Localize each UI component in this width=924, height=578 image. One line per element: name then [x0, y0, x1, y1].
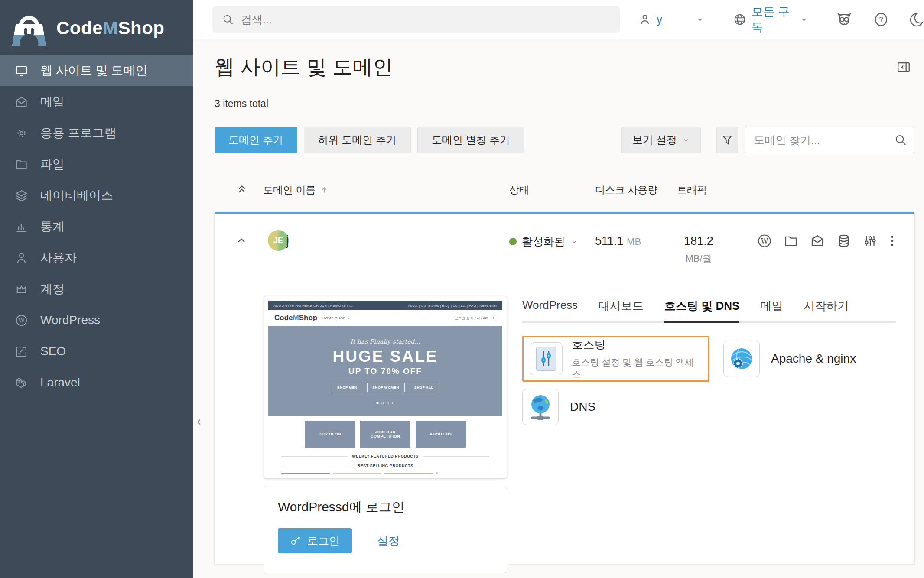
wordpress-login-card: WordPressd에 로그인 로그인 설정 [264, 487, 507, 573]
chevron-down-icon [695, 15, 705, 24]
domain-find-input[interactable] [754, 134, 894, 146]
more-actions-kebab-icon[interactable] [885, 234, 899, 248]
column-header-disk-usage[interactable]: 디스크 사용량 [595, 183, 657, 197]
domain-tabs: WordPress 대시보드 호스팅 및 DNS 메일 시작하기 [522, 299, 896, 323]
chevron-down-icon [570, 238, 578, 246]
user-menu[interactable]: y [638, 13, 705, 26]
column-header-traffic[interactable]: 트래픽 [677, 183, 707, 197]
chevron-down-icon [682, 136, 690, 144]
site-preview-thumbnail[interactable]: ADD ANYTHING HERE OR JUST REMOVE IT... A… [264, 296, 507, 479]
global-search-input[interactable] [241, 13, 611, 26]
sidebar-item-statistics[interactable]: 통계 [0, 211, 193, 242]
sidebar-item-files[interactable]: 파일 [0, 149, 193, 180]
sidebar-item-seo[interactable]: SEO [0, 336, 193, 367]
mail-icon [15, 95, 28, 109]
app-logo[interactable]: CodeMShop [0, 0, 193, 55]
crown-icon [15, 283, 28, 296]
sidebar: CodeMShop 웹 사이트 및 도메인 메일 응용 프로그램 파일 [0, 0, 193, 578]
cart-icon: 1 [491, 315, 496, 321]
sliders-icon[interactable] [863, 234, 878, 248]
topbar: y 모든 구독 ? [193, 0, 924, 39]
page-title: 웹 사이트 및 도메인 [215, 54, 914, 81]
sidebar-item-laravel[interactable]: Laravel [0, 367, 193, 398]
apache-nginx-item[interactable]: Apache & nginx [723, 341, 856, 377]
hosting-card-highlighted[interactable]: 호스팅 호스팅 설정 및 웹 호스팅 액세스 [522, 336, 709, 382]
wordpress-login-button[interactable]: 로그인 [278, 528, 352, 553]
chevron-down-icon [799, 15, 809, 24]
tab-dashboard[interactable]: 대시보드 [599, 299, 644, 323]
domain-quick-actions: W [757, 234, 878, 248]
user-name: y [657, 13, 663, 26]
tab-hosting-dns[interactable]: 호스팅 및 DNS [664, 299, 739, 323]
sort-ascending-icon [320, 185, 329, 195]
svg-text:?: ? [879, 15, 883, 24]
sidebar-item-websites-domains[interactable]: 웹 사이트 및 도메인 [0, 55, 193, 86]
dark-mode-moon-icon[interactable] [908, 12, 924, 27]
hosting-card-title: 호스팅 [572, 337, 702, 352]
sidebar-item-applications[interactable]: 응용 프로그램 [0, 117, 193, 149]
seo-chart-icon [15, 345, 28, 358]
globe-icon [733, 13, 746, 26]
search-icon [222, 13, 234, 26]
domain-status[interactable]: 활성화됨 [509, 234, 578, 249]
sidebar-collapse-handle[interactable] [194, 411, 205, 433]
collapse-panel-icon[interactable] [896, 60, 911, 75]
app-logo-text: CodeMShop [56, 18, 164, 39]
folder-icon[interactable] [784, 234, 798, 248]
tab-mail[interactable]: 메일 [760, 299, 783, 323]
preview-shop-all-button: SHOP ALL [409, 383, 439, 392]
svg-text:W: W [761, 237, 768, 245]
wordpress-login-title: WordPressd에 로그인 [278, 498, 493, 516]
help-icon[interactable]: ? [873, 11, 889, 28]
tab-wordpress[interactable]: WordPress [522, 299, 578, 323]
domain-avatar: JE [268, 230, 289, 251]
laravel-icon [15, 376, 28, 390]
key-icon [290, 535, 301, 546]
sidebar-item-wordpress[interactable]: W WordPress [0, 305, 193, 336]
domain-name-link[interactable]: j [286, 233, 289, 248]
gear-icon [15, 127, 28, 140]
subscription-menu[interactable]: 모든 구독 [733, 4, 809, 35]
filter-button[interactable] [716, 127, 738, 153]
sidebar-item-databases[interactable]: 데이터베이스 [0, 180, 193, 211]
domain-row-card: JE j 활성화됨 511.1 MB 181.2 MB/월 W [215, 212, 914, 564]
column-header-status[interactable]: 상태 [509, 183, 529, 197]
domain-list-header: 도메인 이름 상태 디스크 사용량 트래픽 [215, 180, 914, 201]
dns-label: DNS [570, 400, 595, 414]
preview-products: ♥ ♥ ♥ ♥ [268, 473, 502, 474]
items-total: 3 items total [215, 98, 914, 110]
bar-chart-icon [15, 220, 28, 234]
view-settings-button[interactable]: 보기 설정 [621, 127, 701, 153]
dns-item[interactable]: DNS [522, 389, 595, 425]
toolbar: 도메인 추가 하위 도메인 추가 도메인 별칭 추가 보기 설정 [215, 127, 914, 153]
preview-competition-box: JOIN OUR COMPETITION [360, 421, 410, 448]
dns-globe-icon [522, 389, 559, 425]
sidebar-item-account[interactable]: 계정 [0, 273, 193, 305]
preview-shop-women-button: SHOP WOMEN [367, 383, 405, 392]
mail-icon[interactable] [810, 234, 825, 248]
sidebar-item-users[interactable]: 사용자 [0, 242, 193, 273]
wordpress-icon[interactable]: W [757, 234, 772, 248]
preview-carousel-dots [376, 402, 394, 404]
wordpress-settings-link[interactable]: 설정 [377, 533, 400, 549]
add-domain-button[interactable]: 도메인 추가 [215, 127, 297, 153]
tab-get-started[interactable]: 시작하기 [804, 299, 849, 323]
preview-topnav: ADD ANYTHING HERE OR JUST REMOVE IT... A… [268, 301, 502, 310]
search-icon [894, 133, 907, 146]
add-domain-alias-button[interactable]: 도메인 별칭 추가 [417, 127, 524, 153]
column-header-domain-name[interactable]: 도메인 이름 [263, 183, 329, 197]
apache-nginx-globe-gear-icon [723, 341, 760, 377]
monitor-icon [15, 64, 28, 78]
disk-usage-value: 511.1 MB [595, 234, 641, 248]
database-icon[interactable] [836, 234, 851, 248]
global-search [212, 6, 620, 33]
preview-about-us-box: ABOUT US [416, 421, 466, 448]
domain-detail-panel: WordPress 대시보드 호스팅 및 DNS 메일 시작하기 [522, 299, 896, 425]
preview-our-blog-box: OUR BLOG [305, 421, 355, 448]
feedback-owl-icon[interactable] [836, 11, 853, 28]
add-subdomain-button[interactable]: 하위 도메인 추가 [304, 127, 411, 153]
collapse-all-icon[interactable] [236, 182, 247, 195]
sidebar-item-mail[interactable]: 메일 [0, 86, 193, 117]
collapse-row-chevron-up-icon[interactable] [235, 234, 247, 247]
svg-text:W: W [18, 317, 25, 324]
